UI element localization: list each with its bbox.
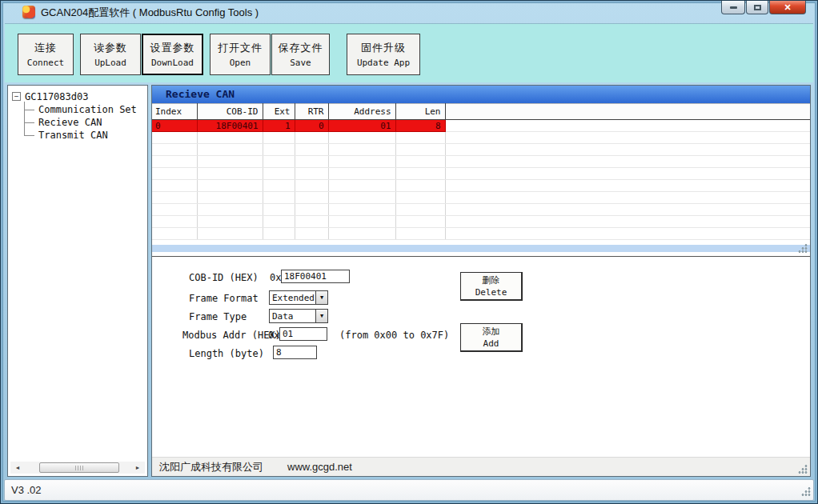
collapse-icon[interactable]: − <box>12 92 21 101</box>
firmware-update-label-en: Update App <box>357 58 410 68</box>
col-len[interactable]: Len <box>395 104 445 120</box>
tree-root-label: GC117083d03 <box>25 91 88 102</box>
length-label: Length (byte) <box>189 348 264 359</box>
cell-rtr: 0 <box>295 120 328 132</box>
panel-splitter[interactable] <box>152 245 810 252</box>
add-button[interactable]: 添加 Add <box>460 323 523 352</box>
cob-id-hex-prefix: 0x <box>270 272 281 283</box>
col-filler <box>445 104 810 120</box>
firmware-update-button[interactable]: 固件升级 Update App <box>347 34 420 75</box>
cob-id-label: COB-ID (HEX) <box>189 272 259 283</box>
col-index[interactable]: Index <box>152 104 197 120</box>
company-website: www.gcgd.net <box>287 461 352 473</box>
add-label-en: Add <box>483 338 499 349</box>
table-empty-row <box>152 228 810 240</box>
table-empty-row <box>152 192 810 204</box>
title-bar[interactable]: GCAN204配置软件 ( ModbusRtu Config Tools ) ✕ <box>1 1 817 23</box>
cell-cob-id: 18F00401 <box>197 120 263 132</box>
download-button[interactable]: 设置参数 DownLoad <box>142 34 203 75</box>
scrollbar-thumb[interactable] <box>39 462 119 473</box>
table-row-selected[interactable]: 0 18F00401 1 0 01 8 <box>152 120 810 132</box>
cell-ext: 1 <box>263 120 295 132</box>
tree-item-transmit-can[interactable]: Transmit CAN <box>20 129 146 142</box>
company-status-bar: 沈阳广成科技有限公司 www.gcgd.net <box>152 457 810 476</box>
tree-root-device[interactable]: − GC117083d03 <box>12 90 146 103</box>
tree-item-label: Communication Set <box>38 104 137 115</box>
frame-type-value: Data <box>270 310 315 322</box>
open-file-label-en: Open <box>230 58 251 68</box>
frame-format-select[interactable]: Extended ▼ <box>269 290 328 305</box>
table-empty-row <box>152 216 810 228</box>
upload-label-zh: 读参数 <box>94 41 127 55</box>
col-address[interactable]: Address <box>328 104 395 120</box>
col-ext[interactable]: Ext <box>263 104 295 120</box>
version-status-bar: V3 .02 <box>4 479 814 501</box>
cell-address: 01 <box>328 120 395 132</box>
device-tree: − GC117083d03 Communication Set Recieve … <box>12 90 146 142</box>
save-file-label-zh: 保存文件 <box>279 41 323 55</box>
minimize-button[interactable] <box>721 1 745 14</box>
frame-format-value: Extended <box>270 291 315 304</box>
save-file-button[interactable]: 保存文件 Save <box>271 34 330 75</box>
delete-label-en: Delete <box>475 287 507 298</box>
tree-item-communication-set[interactable]: Communication Set <box>20 103 146 116</box>
scroll-right-icon[interactable]: ► <box>132 462 143 473</box>
firmware-update-label-zh: 固件升级 <box>361 41 406 55</box>
table-empty-row <box>152 180 810 192</box>
scroll-left-icon[interactable]: ◄ <box>12 462 23 473</box>
resize-grip-icon[interactable] <box>801 486 811 496</box>
toolbar: 连接 Connect 读参数 UpLoad 设置参数 DownLoad 打开文件… <box>5 23 813 82</box>
section-header: Recieve CAN <box>152 86 810 103</box>
table-header-row: Index COB-ID Ext RTR Address Len <box>152 104 810 120</box>
maximize-button[interactable] <box>746 1 768 14</box>
close-button[interactable]: ✕ <box>769 1 806 14</box>
table-empty-row <box>152 204 810 216</box>
col-cob-id[interactable]: COB-ID <box>197 104 263 120</box>
length-input[interactable] <box>273 346 317 359</box>
connect-label-zh: 连接 <box>34 41 57 55</box>
upload-label-en: UpLoad <box>94 58 126 68</box>
table-empty-row <box>152 144 810 156</box>
tree-item-recieve-can[interactable]: Recieve CAN <box>20 116 146 129</box>
version-label: V3 .02 <box>11 484 42 496</box>
modbus-addr-range-hint: (from 0x00 to 0x7F) <box>339 330 449 341</box>
minimize-icon <box>730 6 737 9</box>
upload-button[interactable]: 读参数 UpLoad <box>80 34 141 75</box>
tree-children: Communication Set Recieve CAN Transmit C… <box>20 103 146 142</box>
table-empty-row <box>152 168 810 180</box>
device-tree-panel: − GC117083d03 Communication Set Recieve … <box>7 85 148 477</box>
app-window: GCAN204配置软件 ( ModbusRtu Config Tools ) ✕… <box>0 0 818 504</box>
add-label-zh: 添加 <box>483 326 500 338</box>
close-icon: ✕ <box>784 3 791 12</box>
delete-button[interactable]: 删除 Delete <box>460 272 523 301</box>
open-file-button[interactable]: 打开文件 Open <box>210 34 271 75</box>
company-name: 沈阳广成科技有限公司 <box>159 460 263 474</box>
chevron-down-icon[interactable]: ▼ <box>315 291 327 304</box>
cell-filler <box>445 120 810 132</box>
modbus-addr-label: Modbus Addr (HEX) <box>182 330 281 341</box>
can-frame-table[interactable]: Index COB-ID Ext RTR Address Len 0 18F00… <box>152 103 810 240</box>
connect-button[interactable]: 连接 Connect <box>18 34 74 75</box>
frame-format-label: Frame Format <box>189 293 259 304</box>
tree-horizontal-scrollbar[interactable]: ◄ ► <box>10 462 145 474</box>
window-title: GCAN204配置软件 ( ModbusRtu Config Tools ) <box>41 6 259 20</box>
frame-edit-form: COB-ID (HEX) 0x Frame Format Extended ▼ … <box>152 256 810 457</box>
cell-index: 0 <box>152 120 197 132</box>
download-label-en: DownLoad <box>151 58 194 68</box>
frame-type-select[interactable]: Data ▼ <box>269 309 328 323</box>
maximize-icon <box>754 5 761 10</box>
window-controls: ✕ <box>720 1 806 14</box>
chevron-down-icon[interactable]: ▼ <box>315 310 327 322</box>
cob-id-input[interactable] <box>281 270 350 283</box>
main-area: − GC117083d03 Communication Set Recieve … <box>5 83 813 477</box>
delete-label-zh: 删除 <box>483 274 500 286</box>
connect-label-en: Connect <box>27 58 64 68</box>
splitter-grip-icon <box>798 243 808 253</box>
resize-grip-icon[interactable] <box>798 464 808 474</box>
download-label-zh: 设置参数 <box>150 41 195 55</box>
modbus-addr-input[interactable] <box>279 327 327 341</box>
recieve-can-panel: Recieve CAN Index COB-ID Ext RTR Address… <box>151 85 811 477</box>
col-rtr[interactable]: RTR <box>295 104 328 120</box>
table-empty-row <box>152 156 810 168</box>
tree-item-label: Recieve CAN <box>38 117 102 128</box>
